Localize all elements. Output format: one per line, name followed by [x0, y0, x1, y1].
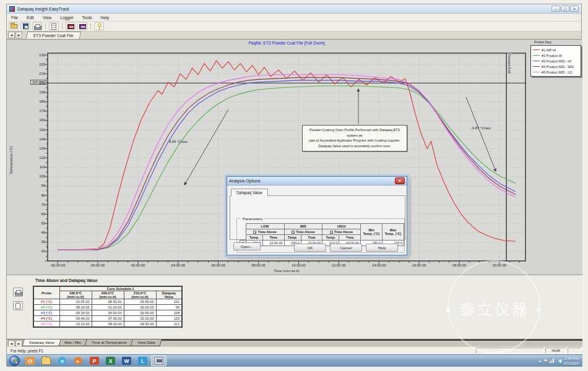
chart-title: Paqfile: ET3 Powder Coat File [Full Zoom… [101, 41, 472, 45]
y-tick-label: 110 [20, 165, 45, 169]
analysis-tab-scroll-right-icon[interactable]: ► [15, 340, 22, 347]
tab-scroll-right-icon[interactable]: ► [15, 32, 22, 38]
low-time-above-checkbox[interactable]: ✓Time Above [246, 229, 284, 235]
cancel-button[interactable]: Cancel [330, 244, 362, 252]
analysis-options-dialog: Analysis Options ✕ Datapaq Value Paramet… [227, 176, 407, 255]
y-tick-label: 90 [20, 184, 45, 187]
taskbar-lync-icon[interactable]: L [135, 356, 150, 366]
annotation-note-box[interactable]: Powder Coating Oven Profile Performed wi… [302, 125, 407, 151]
menu-item-help[interactable]: Help [96, 15, 113, 20]
value-cell: 131 [156, 299, 182, 305]
results-column-header: 200.0°C(mm:ss.tt) [92, 291, 124, 299]
results-heading: Time Above and Datapaq Value [35, 278, 97, 283]
close-button[interactable]: × [570, 6, 579, 12]
status-pane [568, 348, 581, 354]
ok-button[interactable]: OK [294, 244, 326, 252]
open-file-button[interactable] [9, 22, 19, 30]
taskbar-media-player-icon[interactable]: ▸ [71, 356, 86, 366]
checkbox-checked-icon[interactable]: ✓ [253, 231, 256, 234]
taskbar-excel-icon[interactable]: X [103, 356, 118, 366]
volume-icon[interactable] [556, 359, 561, 363]
results-column-header: DatapaqValue [156, 291, 182, 299]
value-cell: 09:45.00 [59, 316, 92, 322]
high-time-above-checkbox[interactable]: ✓Time Above [322, 229, 361, 235]
analysis-tab-scroll-left-icon[interactable]: ◄ [8, 340, 15, 347]
analysis-tab-view-data[interactable]: View Data [130, 339, 162, 346]
analysis-tab-max-min[interactable]: Max / Min [58, 339, 89, 346]
value-cell: 07:35.00 [92, 316, 124, 322]
taskbar-internet-explorer-icon[interactable]: e [54, 356, 70, 366]
y-tick-label: 120 [20, 156, 45, 160]
restore-button[interactable]: □ [561, 6, 569, 12]
checkbox-checked-icon[interactable]: ✓ [330, 231, 333, 234]
wizard-button[interactable] [94, 22, 104, 30]
taskbar-datapaq-insight-icon[interactable] [151, 356, 166, 366]
low-time-cell[interactable]: 12:00.00 [262, 241, 284, 246]
table-row: #2 (°C)08:10.0001:20.0000:00.0099 [33, 305, 182, 310]
checkbox-checked-icon[interactable]: ✓ [292, 231, 295, 234]
start-button[interactable] [9, 356, 20, 366]
window-title: Datapaq Insight EasyTrack [17, 7, 69, 11]
action-center-flag-icon[interactable]: ⚑ [543, 359, 547, 364]
menu-item-file[interactable]: File [7, 15, 22, 20]
y-tick-label: 50 [20, 221, 45, 225]
mid-time-above-checkbox[interactable]: ✓Time Above [284, 229, 322, 235]
fall-slope-annotation: -0.87 °C/sec [471, 126, 504, 130]
min-temp-header: MinTemp. (°C) [361, 224, 383, 241]
legend-swatch [533, 61, 540, 61]
menu-item-tools[interactable]: Tools [77, 15, 96, 20]
probe-cell[interactable]: #1 (°C) [33, 299, 59, 305]
title-bar: Datapaq Insight EasyTrack – □ × [7, 4, 581, 14]
taskbar-clock[interactable]: 1:44 PM 6/1/2015 [564, 356, 580, 366]
help-button[interactable]: Help [366, 244, 398, 252]
value-cell: 08:10.00 [59, 305, 92, 310]
value-cell: 08:15.00 [92, 322, 124, 327]
analysis-tab-datapaq-value[interactable]: Datapaq Value [22, 339, 61, 346]
parameters-table: LOW MID HIGH MinTemp. (°C) MaxTemp. (°C)… [240, 223, 404, 246]
save-button[interactable] [20, 22, 30, 30]
max-temp-header: MaxTemp. (°C) [383, 224, 404, 241]
document-tab[interactable]: ET3 Powder Coat File [26, 32, 81, 39]
minimize-button[interactable]: – [551, 6, 560, 12]
legend-label: #5 Product MID - LO [542, 70, 572, 74]
taskbar-powerpoint-icon[interactable]: P [87, 356, 102, 366]
probe-cell[interactable]: #3 (°C) [33, 310, 59, 316]
report-icon [51, 23, 56, 30]
taskbar-windows-explorer-icon[interactable] [38, 356, 54, 366]
x-tick-label: 02:00.00 [123, 263, 153, 267]
dialog-close-icon[interactable]: ✕ [395, 177, 405, 184]
value-cell: 115 [156, 316, 182, 322]
network-icon[interactable] [550, 359, 554, 363]
rise-slope-annotation: 8.65 °C/sec [169, 140, 206, 143]
logger-download-button[interactable] [66, 22, 76, 30]
print-button[interactable] [32, 22, 42, 30]
legend-label: #3 Product MID - HI [542, 59, 571, 63]
menu-item-logger[interactable]: Logger [56, 15, 77, 20]
tab-strip-filler [162, 339, 582, 341]
print-results-button[interactable] [13, 288, 23, 297]
report-button[interactable] [49, 22, 59, 30]
results-column-header: 190.0°C(mm:ss.tt) [59, 291, 92, 299]
y-tick-label: 140 [20, 137, 45, 141]
legend-entry: #5 Product MID - LO [533, 69, 579, 75]
menu-item-edit[interactable]: Edit [22, 15, 38, 20]
y-tick-label: 210 [20, 72, 45, 75]
taskbar-outlook-icon[interactable]: O [22, 356, 38, 366]
analysis-tab-time-at-temperature[interactable]: Time at Temperature [85, 339, 134, 346]
dialog-title-bar[interactable]: Analysis Options ✕ [227, 177, 407, 186]
open-button[interactable]: Open... [233, 242, 261, 250]
copy-results-button[interactable] [13, 301, 23, 310]
y-tick-label: 30 [20, 240, 45, 244]
probe-cell[interactable]: #2 (°C) [33, 305, 59, 310]
y-tick-label: 20 [20, 249, 45, 253]
probe-cell[interactable]: #4 (°C) [33, 316, 59, 322]
value-cell: 06:50.00 [124, 299, 156, 305]
dialog-tab-datapaq-value[interactable]: Datapaq Value [231, 189, 268, 197]
probe-cell[interactable]: #5 (°C) [33, 322, 59, 327]
taskbar-word-icon[interactable]: W [119, 356, 134, 366]
y-tick-label: 100 [20, 174, 45, 178]
tab-scroll-left-icon[interactable]: ◄ [8, 32, 15, 38]
logger-reset-button[interactable] [77, 22, 87, 30]
menu-item-view[interactable]: View [38, 15, 56, 20]
show-hidden-icons-icon[interactable]: ▴ [539, 359, 542, 364]
